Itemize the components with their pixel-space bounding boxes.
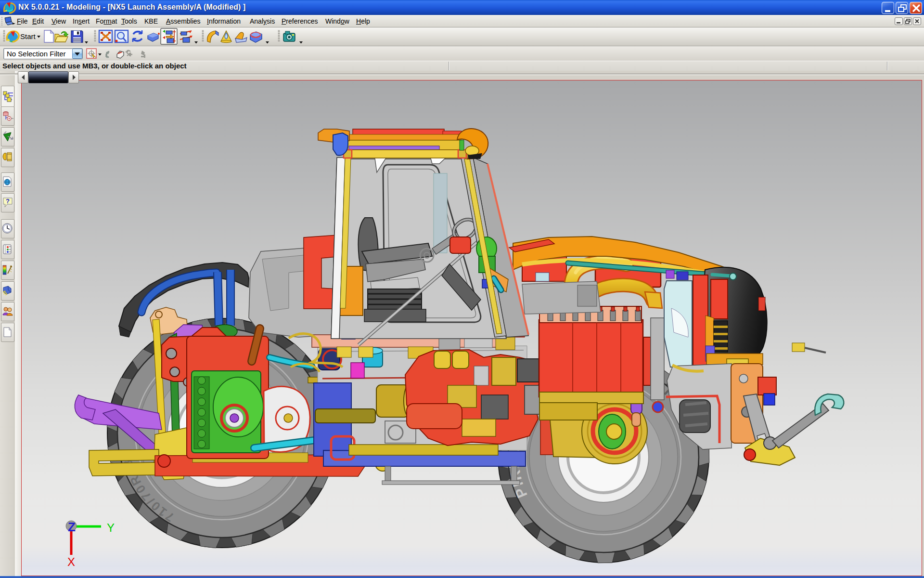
svg-text:Z: Z (68, 520, 76, 534)
svg-text:Y: Y (107, 521, 115, 534)
svg-text:Start: Start (20, 32, 36, 40)
svg-text:X: X (67, 555, 75, 568)
svg-text:?: ? (6, 197, 10, 205)
